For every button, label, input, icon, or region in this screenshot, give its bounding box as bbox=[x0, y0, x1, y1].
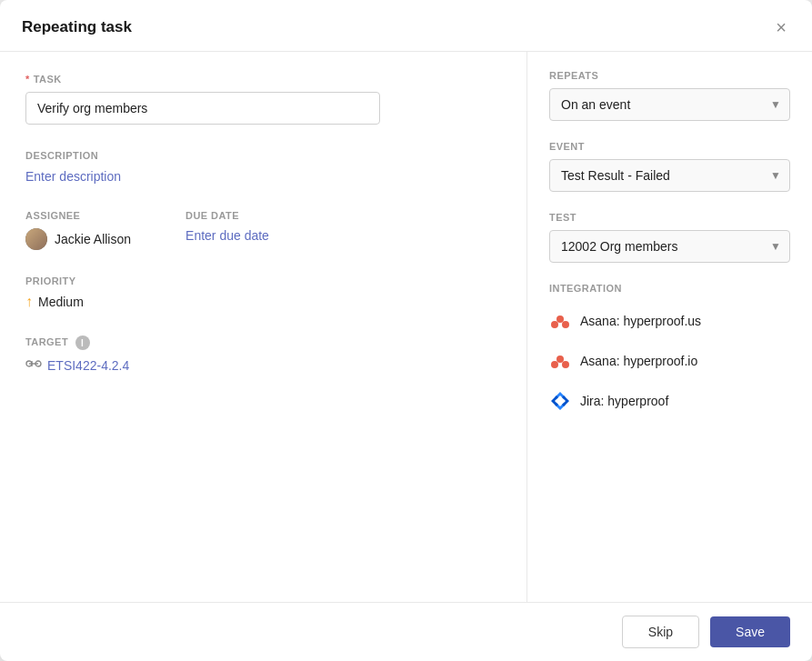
task-field-group: *TASK bbox=[25, 74, 501, 125]
event-select-wrapper: Test Result - Failed ▼ bbox=[549, 159, 790, 192]
priority-row: ↑ Medium bbox=[25, 294, 501, 310]
svg-point-8 bbox=[551, 361, 558, 368]
integration-item-asana-io[interactable]: Asana: hyperproof.io bbox=[549, 341, 790, 381]
integration-name-jira: Jira: hyperproof bbox=[580, 394, 668, 408]
svg-point-4 bbox=[556, 315, 564, 323]
description-field-group: DESCRIPTION Enter description bbox=[25, 150, 501, 185]
due-date-link[interactable]: Enter due date bbox=[185, 228, 269, 243]
integration-item-jira[interactable]: Jira: hyperproof bbox=[549, 381, 790, 421]
assignee-duedate-row: ASSIGNEE Jackie Allison DUE DATE Enter d… bbox=[25, 210, 501, 250]
assignee-row: Jackie Allison bbox=[25, 228, 131, 250]
target-field-group: TARGET i ETSI422-4.2.4 bbox=[25, 336, 501, 373]
svg-point-9 bbox=[562, 361, 569, 368]
close-button[interactable]: × bbox=[772, 16, 790, 38]
integration-list: Asana: hyperproof.us Asana: hyperproof.i… bbox=[549, 301, 790, 421]
event-label: EVENT bbox=[549, 141, 790, 152]
modal-title: Repeating task bbox=[22, 18, 132, 36]
event-select[interactable]: Test Result - Failed bbox=[549, 159, 790, 192]
integration-name-asana-io: Asana: hyperproof.io bbox=[580, 354, 697, 368]
test-select-wrapper: 12002 Org members ▼ bbox=[549, 230, 790, 263]
left-panel: *TASK DESCRIPTION Enter description ASSI… bbox=[0, 52, 527, 602]
avatar bbox=[25, 228, 47, 250]
jira-icon bbox=[549, 390, 571, 412]
description-label: DESCRIPTION bbox=[25, 150, 501, 161]
test-select[interactable]: 12002 Org members bbox=[549, 230, 790, 263]
asana-io-icon bbox=[549, 350, 571, 372]
target-row: ETSI422-4.2.4 bbox=[25, 357, 501, 373]
svg-point-7 bbox=[556, 356, 564, 363]
repeats-label: REPEATS bbox=[549, 70, 790, 81]
modal-footer: Skip Save bbox=[0, 602, 812, 661]
assignee-name: Jackie Allison bbox=[55, 232, 131, 246]
target-label: TARGET i bbox=[25, 336, 501, 350]
right-panel: REPEATS On an event ▼ EVENT Test Result … bbox=[527, 52, 812, 602]
target-link[interactable]: ETSI422-4.2.4 bbox=[47, 358, 129, 373]
priority-label: PRIORITY bbox=[25, 275, 501, 286]
repeats-field-group: REPEATS On an event ▼ bbox=[549, 70, 790, 121]
integration-field-group: INTEGRATION Asana: hyperproof.us bbox=[549, 283, 790, 421]
priority-field-group: PRIORITY ↑ Medium bbox=[25, 275, 501, 310]
avatar-image bbox=[25, 228, 47, 250]
integration-name-asana-us: Asana: hyperproof.us bbox=[580, 314, 701, 328]
integration-item-asana-us[interactable]: Asana: hyperproof.us bbox=[549, 301, 790, 341]
priority-arrow-icon: ↑ bbox=[25, 294, 33, 310]
modal-container: Repeating task × *TASK DESCRIPTION Enter… bbox=[0, 0, 812, 661]
repeats-select[interactable]: On an event bbox=[549, 88, 790, 121]
svg-point-5 bbox=[551, 321, 558, 328]
save-button[interactable]: Save bbox=[710, 616, 790, 647]
test-field-group: TEST 12002 Org members ▼ bbox=[549, 212, 790, 263]
modal-header: Repeating task × bbox=[0, 0, 812, 52]
skip-button[interactable]: Skip bbox=[622, 616, 699, 648]
required-star: * bbox=[25, 74, 30, 85]
svg-point-6 bbox=[562, 321, 569, 328]
repeats-select-wrapper: On an event ▼ bbox=[549, 88, 790, 121]
due-date-group: DUE DATE Enter due date bbox=[185, 210, 269, 250]
assignee-group: ASSIGNEE Jackie Allison bbox=[25, 210, 131, 250]
due-date-label: DUE DATE bbox=[185, 210, 269, 221]
test-label: TEST bbox=[549, 212, 790, 223]
asana-us-icon bbox=[549, 310, 571, 332]
task-label: *TASK bbox=[25, 74, 501, 85]
target-info-icon: i bbox=[75, 336, 90, 350]
assignee-label: ASSIGNEE bbox=[25, 210, 131, 221]
target-icon bbox=[25, 357, 42, 373]
priority-value: Medium bbox=[38, 295, 84, 309]
modal-body: *TASK DESCRIPTION Enter description ASSI… bbox=[0, 52, 812, 602]
description-link[interactable]: Enter description bbox=[25, 169, 121, 184]
task-input[interactable] bbox=[25, 92, 380, 125]
integration-label: INTEGRATION bbox=[549, 283, 790, 294]
event-field-group: EVENT Test Result - Failed ▼ bbox=[549, 141, 790, 192]
